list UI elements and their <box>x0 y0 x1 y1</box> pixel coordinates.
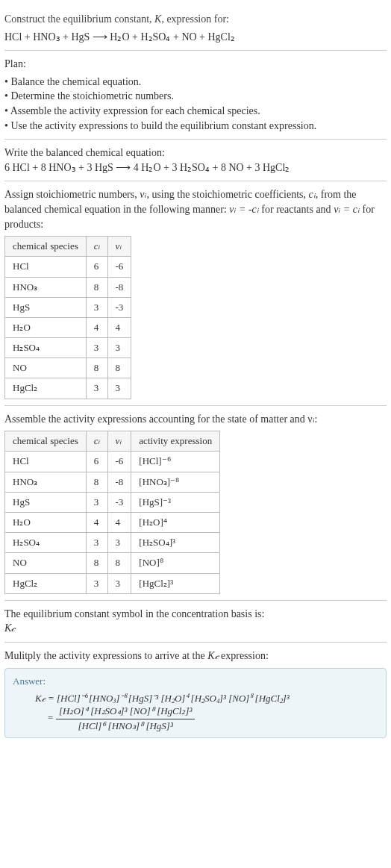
cell-nu: 3 <box>107 338 131 358</box>
table-row: NO88[NO]⁸ <box>5 553 220 573</box>
col-species: chemical species <box>5 431 87 452</box>
cell-ci: 4 <box>86 317 107 337</box>
kc-symbol: K𝒸 <box>4 621 387 636</box>
cell-expr: [HNO₃]⁻⁸ <box>131 472 220 492</box>
cell-species: HCl <box>5 257 87 277</box>
kc-expression: K𝒸 = [HCl]⁻⁶ [HNO₃]⁻⁸ [HgS]⁻³ [H₂O]⁴ [H₂… <box>13 691 378 731</box>
col-species: chemical species <box>5 237 87 257</box>
plan-item: • Assemble the activity expression for e… <box>4 104 387 119</box>
stoich-text-2: , using the stoichiometric coefficients, <box>146 189 308 200</box>
table-row: HgS3-3 <box>5 297 131 317</box>
cell-species: HgCl₂ <box>5 573 87 593</box>
prompt-title-text-2: , expression for: <box>161 13 229 25</box>
table-row: HNO₃8-8[HNO₃]⁻⁸ <box>5 472 220 492</box>
cell-ci: 8 <box>86 277 107 297</box>
prompt-section: Construct the equilibrium constant, K, e… <box>4 6 387 51</box>
col-expr: activity expression <box>131 431 220 452</box>
cell-ci: 3 <box>86 378 107 399</box>
cell-nu: -3 <box>107 492 131 512</box>
cell-species: H₂O <box>5 317 87 337</box>
activity-intro: Assemble the activity expressions accoun… <box>4 412 387 427</box>
table-row: HCl6-6[HCl]⁻⁶ <box>5 452 220 472</box>
cell-species: HNO₃ <box>5 472 87 492</box>
stoich-table: chemical species cᵢ νᵢ HCl6-6 HNO₃8-8 Hg… <box>4 236 131 399</box>
kc-fraction: [H₂O]⁴ [H₂SO₄]³ [NO]⁸ [HgCl₂]³ [HCl]⁶ [H… <box>56 706 195 731</box>
activity-section: Assemble the activity expressions accoun… <box>4 406 387 601</box>
plan-item: • Balance the chemical equation. <box>4 75 387 90</box>
table-row: H₂O44[H₂O]⁴ <box>5 512 220 532</box>
cell-species: H₂O <box>5 512 87 532</box>
nu-products: νᵢ = cᵢ <box>334 204 360 215</box>
kc-frac-den: [HCl]⁶ [HNO₃]⁸ [HgS]³ <box>56 719 195 731</box>
cell-expr: [HgS]⁻³ <box>131 492 220 512</box>
table-row: H₂SO₄33[H₂SO₄]³ <box>5 533 220 553</box>
answer-label: Answer: <box>13 675 378 688</box>
cell-ci: 6 <box>86 257 107 277</box>
cell-expr: [H₂O]⁴ <box>131 512 220 532</box>
cell-species: NO <box>5 358 87 378</box>
cell-nu: -3 <box>107 297 131 317</box>
cell-ci: 3 <box>86 297 107 317</box>
balanced-label: Write the balanced chemical equation: <box>4 146 387 160</box>
cell-ci: 3 <box>86 533 107 553</box>
cell-nu: 8 <box>107 553 131 573</box>
kc-flat-expr: [HCl]⁻⁶ [HNO₃]⁻⁸ [HgS]⁻³ [H₂O]⁴ [H₂SO₄]³… <box>57 693 290 704</box>
multiply-text-2: expression: <box>219 650 269 661</box>
plan-label: Plan: <box>4 57 387 72</box>
cell-ci: 4 <box>86 512 107 532</box>
balanced-section: Write the balanced chemical equation: 6 … <box>4 140 387 181</box>
cell-expr: [HCl]⁻⁶ <box>131 452 220 472</box>
table-row: HCl6-6 <box>5 257 131 277</box>
stoich-section: Assign stoichiometric numbers, νᵢ, using… <box>4 181 387 405</box>
cell-species: H₂SO₄ <box>5 533 87 553</box>
k-symbol: K <box>154 13 161 25</box>
table-header-row: chemical species cᵢ νᵢ activity expressi… <box>5 431 220 452</box>
cell-nu: 3 <box>107 573 131 593</box>
cell-nu: 3 <box>107 533 131 553</box>
ci-symbol: cᵢ <box>309 189 316 200</box>
plan-section: Plan: • Balance the chemical equation. •… <box>4 51 387 140</box>
cell-expr: [NO]⁸ <box>131 553 220 573</box>
table-header-row: chemical species cᵢ νᵢ <box>5 237 131 257</box>
col-ci: cᵢ <box>86 431 107 452</box>
cell-species: HgS <box>5 492 87 512</box>
cell-species: H₂SO₄ <box>5 338 87 358</box>
answer-box: Answer: K𝒸 = [HCl]⁻⁶ [HNO₃]⁻⁸ [HgS]⁻³ [H… <box>4 668 387 739</box>
table-row: HNO₃8-8 <box>5 277 131 297</box>
activity-table: chemical species cᵢ νᵢ activity expressi… <box>4 431 220 594</box>
prompt-title: Construct the equilibrium constant, K, e… <box>4 12 387 27</box>
col-nu: νᵢ <box>107 431 131 452</box>
cell-ci: 8 <box>86 358 107 378</box>
cell-nu: -8 <box>107 472 131 492</box>
cell-species: HgS <box>5 297 87 317</box>
cell-ci: 6 <box>86 452 107 472</box>
kc-inline: K𝒸 <box>207 650 218 661</box>
table-row: H₂SO₄33 <box>5 338 131 358</box>
col-nu: νᵢ <box>107 237 131 257</box>
symbol-line: The equilibrium constant symbol in the c… <box>4 607 387 622</box>
table-row: H₂O44 <box>5 317 131 337</box>
table-row: HgS3-3[HgS]⁻³ <box>5 492 220 512</box>
stoich-text-1: Assign stoichiometric numbers, <box>4 189 140 200</box>
plan-item: • Determine the stoichiometric numbers. <box>4 89 387 104</box>
plan-list: • Balance the chemical equation. • Deter… <box>4 75 387 133</box>
stoich-text-4: for reactants and <box>259 204 334 215</box>
cell-ci: 3 <box>86 338 107 358</box>
cell-expr: [H₂SO₄]³ <box>131 533 220 553</box>
cell-species: HgCl₂ <box>5 378 87 399</box>
table-row: HgCl₂33 <box>5 378 131 399</box>
cell-nu: -6 <box>107 452 131 472</box>
kc-eq2: = <box>35 712 56 723</box>
cell-ci: 8 <box>86 472 107 492</box>
cell-nu: 3 <box>107 378 131 399</box>
cell-ci: 8 <box>86 553 107 573</box>
cell-nu: -6 <box>107 257 131 277</box>
cell-nu: -8 <box>107 277 131 297</box>
cell-nu: 4 <box>107 512 131 532</box>
cell-nu: 8 <box>107 358 131 378</box>
table-row: NO88 <box>5 358 131 378</box>
nu-reactants: νᵢ = -cᵢ <box>229 204 259 215</box>
cell-expr: [HgCl₂]³ <box>131 573 220 593</box>
cell-ci: 3 <box>86 573 107 593</box>
multiply-section: Mulitply the activity expressions to arr… <box>4 643 387 744</box>
